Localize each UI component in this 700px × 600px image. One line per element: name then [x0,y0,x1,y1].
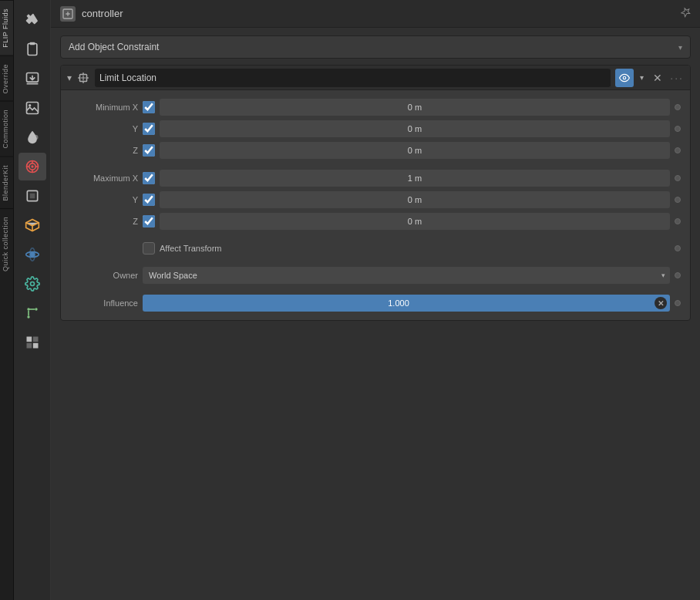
constraint-header: ▾ ▾ ✕ ··· [61,66,690,90]
tab-flip-fluids[interactable]: FLIP Fluids [0,0,13,56]
constraint-type-icon [76,71,90,85]
tab-override[interactable]: Override [0,56,13,102]
max-y-label: Y [76,195,138,204]
svg-rect-27 [26,343,32,349]
branch-icon[interactable] [19,299,46,327]
min-z-keyframe-dot[interactable] [675,147,681,153]
svg-rect-0 [28,44,37,56]
min-x-row: Minimum X [61,96,690,118]
max-z-row: Z [61,211,690,232]
spacer-4 [61,286,690,292]
tab-quick-collection[interactable]: Quick collection [0,208,13,279]
min-y-input[interactable] [160,120,670,137]
visibility-toggle[interactable] [615,69,634,87]
affect-transform-checkbox[interactable] [143,242,155,254]
influence-keyframe-dot[interactable] [675,300,681,306]
min-y-label: Y [76,124,138,133]
owner-keyframe-dot[interactable] [675,272,681,278]
max-z-checkbox[interactable] [143,215,155,228]
svg-rect-1 [29,42,35,45]
min-y-checkbox[interactable] [143,123,155,135]
min-z-row: Z [61,140,690,161]
min-x-keyframe-dot[interactable] [675,104,681,110]
constraint-icon[interactable] [19,153,46,180]
more-options-icon[interactable]: ··· [670,72,684,84]
min-z-label: Z [76,146,138,155]
spacer-3 [61,258,690,265]
max-x-label: Maximum X [76,174,138,183]
influence-label: Influence [76,298,138,308]
image-icon[interactable] [19,94,46,122]
min-z-input[interactable] [160,142,670,159]
max-y-checkbox[interactable] [143,194,155,206]
max-z-keyframe-dot[interactable] [675,218,681,224]
svg-rect-15 [29,194,35,199]
header-icon [60,6,76,22]
icon-sidebar [14,0,51,600]
collapse-button[interactable]: ▾ [67,72,72,83]
constraint-form: Minimum X Y Z [61,90,690,320]
panel-header: controller [51,0,700,28]
max-x-checkbox[interactable] [143,172,155,184]
panel-body: Add Object Constraint ▾ ▾ [51,28,700,600]
max-y-keyframe-dot[interactable] [675,197,681,203]
svg-point-21 [35,308,37,310]
settings-icon[interactable] [19,270,46,298]
owner-select[interactable]: World Space Local Space Custom Space [143,267,670,284]
influence-clear-button[interactable]: ✕ [655,297,667,309]
influence-row: Influence ✕ [61,292,690,314]
clipboard-icon[interactable] [19,35,46,63]
influence-input-wrapper: ✕ [143,295,670,312]
max-y-input[interactable] [160,191,670,208]
pin-icon[interactable] [675,4,695,23]
owner-label: Owner [76,271,138,280]
dropdown-arrow-icon: ▾ [678,43,682,52]
cube-icon[interactable] [19,211,46,239]
box-icon[interactable] [19,182,46,210]
fluid-icon[interactable] [19,123,46,151]
svg-point-5 [29,104,31,106]
affect-transform-dot[interactable] [675,245,681,251]
min-x-input[interactable] [160,99,670,116]
checker-icon[interactable] [19,329,46,356]
svg-point-31 [624,76,627,79]
header-title: controller [82,8,123,19]
svg-rect-3 [26,83,38,85]
min-z-checkbox[interactable] [143,144,155,157]
svg-point-20 [27,315,29,318]
expand-options-icon[interactable]: ▾ [638,72,645,83]
svg-point-19 [30,282,34,286]
min-y-row: Y [61,118,690,140]
max-z-input[interactable] [160,213,670,230]
tab-commotion[interactable]: Commotion [0,101,13,157]
svg-point-6 [32,135,38,140]
constraint-name-input[interactable] [95,69,611,87]
tab-blenderkit[interactable]: BlenderKit [0,157,13,209]
constraint-block: ▾ ▾ ✕ ··· [60,65,691,321]
spacer-2 [61,232,690,238]
max-y-row: Y [61,189,690,211]
affect-transform-row: Affect Transform [61,238,690,258]
owner-row: Owner World Space Local Space Custom Spa… [61,265,690,286]
import-icon[interactable] [19,65,46,93]
main-panel: controller Add Object Constraint ▾ ▾ [51,0,700,600]
max-x-keyframe-dot[interactable] [675,175,681,181]
owner-select-wrapper: World Space Local Space Custom Space ▾ [143,267,670,284]
svg-rect-26 [32,337,38,342]
add-constraint-label: Add Object Constraint [69,42,159,52]
spacer-1 [61,161,690,167]
affect-transform-label: Affect Transform [160,244,670,253]
orbit-icon[interactable] [19,241,46,268]
min-y-keyframe-dot[interactable] [675,126,681,132]
add-constraint-button[interactable]: Add Object Constraint ▾ [60,35,691,59]
max-z-label: Z [76,217,138,226]
tools-icon[interactable] [19,6,46,34]
influence-input[interactable] [143,295,670,312]
min-x-label: Minimum X [76,103,138,112]
min-x-checkbox[interactable] [143,101,155,113]
svg-rect-28 [32,343,38,349]
svg-point-16 [29,252,35,258]
max-x-row: Maximum X [61,167,690,189]
max-x-input[interactable] [160,170,670,187]
remove-constraint-button[interactable]: ✕ [650,70,665,86]
